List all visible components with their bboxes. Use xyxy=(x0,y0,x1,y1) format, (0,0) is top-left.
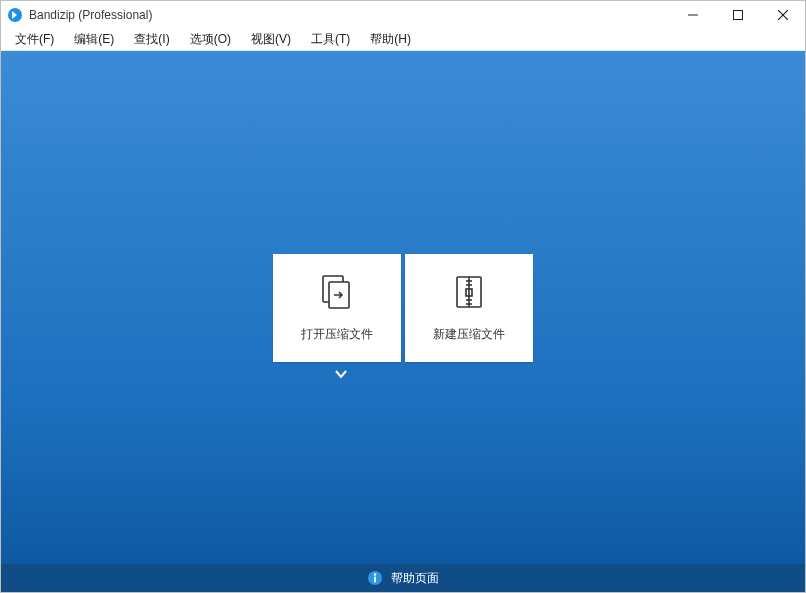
open-archive-button[interactable]: 打开压缩文件 xyxy=(273,254,401,362)
statusbar: 帮助页面 xyxy=(1,564,805,592)
close-button[interactable] xyxy=(760,1,805,29)
menu-tools[interactable]: 工具(T) xyxy=(301,29,360,50)
chevron-down-icon[interactable] xyxy=(333,366,349,382)
maximize-button[interactable] xyxy=(715,1,760,29)
minimize-button[interactable] xyxy=(670,1,715,29)
window-title: Bandizip (Professional) xyxy=(29,8,152,22)
new-archive-button[interactable]: 新建压缩文件 xyxy=(405,254,533,362)
action-cards: 打开压缩文件 新建压缩文件 xyxy=(273,254,533,362)
menu-help[interactable]: 帮助(H) xyxy=(360,29,421,50)
menu-find[interactable]: 查找(I) xyxy=(124,29,179,50)
window-controls xyxy=(670,1,805,29)
svg-point-15 xyxy=(374,573,376,575)
open-archive-label: 打开压缩文件 xyxy=(301,326,373,343)
menu-options[interactable]: 选项(O) xyxy=(180,29,241,50)
main-area: 打开压缩文件 新建压缩文件 xyxy=(1,51,805,564)
svg-rect-2 xyxy=(733,11,742,20)
menu-view[interactable]: 视图(V) xyxy=(241,29,301,50)
help-link[interactable]: 帮助页面 xyxy=(391,570,439,587)
new-archive-label: 新建压缩文件 xyxy=(433,326,505,343)
new-archive-icon xyxy=(449,272,489,312)
svg-rect-16 xyxy=(374,577,376,583)
open-archive-icon xyxy=(317,272,357,312)
titlebar: Bandizip (Professional) xyxy=(1,1,805,29)
info-icon xyxy=(367,570,383,586)
menu-edit[interactable]: 编辑(E) xyxy=(64,29,124,50)
menu-file[interactable]: 文件(F) xyxy=(5,29,64,50)
menubar: 文件(F) 编辑(E) 查找(I) 选项(O) 视图(V) 工具(T) 帮助(H… xyxy=(1,29,805,51)
bandizip-icon xyxy=(7,7,23,23)
